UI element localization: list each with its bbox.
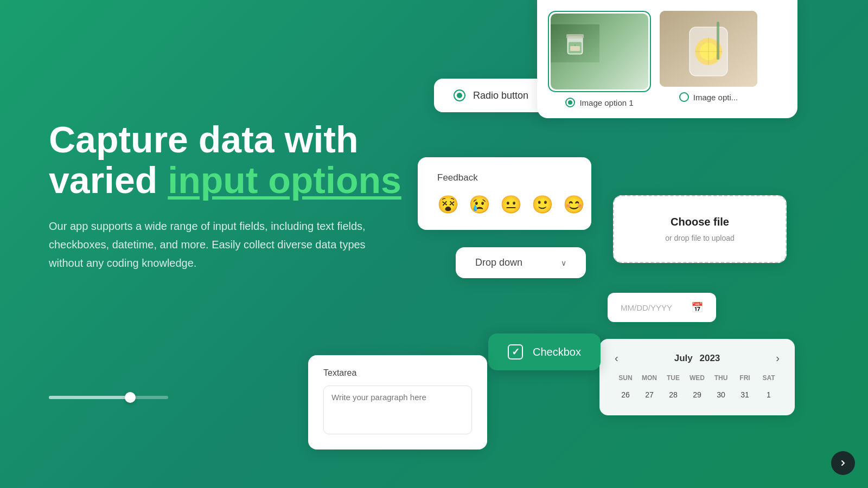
- checkbox-card[interactable]: ✓ Checkbox: [488, 333, 601, 370]
- feedback-title: Feedback: [437, 172, 572, 183]
- cal-date-27[interactable]: 27: [639, 387, 660, 402]
- hero-subtitle: Our app supports a wide range of input f…: [49, 217, 396, 272]
- image-thumb-1: [551, 14, 648, 89]
- textarea-title: Textarea: [323, 368, 472, 378]
- cal-date-31[interactable]: 31: [734, 387, 756, 402]
- checkbox-label: Checkbox: [533, 346, 581, 358]
- calendar-icon: 📅: [691, 301, 703, 313]
- calendar-card: ‹ July 2023 › SUN MON TUE WED THU FRI SA…: [599, 339, 795, 415]
- emoji-sad[interactable]: 😢: [469, 194, 490, 215]
- slider-fill: [49, 396, 130, 399]
- dropdown-label: Drop down: [475, 257, 522, 268]
- textarea-input[interactable]: [323, 386, 472, 434]
- hero-title: Capture data with varied input options: [49, 119, 439, 201]
- checkbox-input[interactable]: ✓: [508, 344, 523, 359]
- calendar-month: July: [674, 353, 693, 363]
- date-input-card[interactable]: MM/DD/YYYY 📅: [608, 293, 716, 322]
- image-thumb-2: [660, 11, 757, 87]
- dropdown-card[interactable]: Drop down ∨: [456, 247, 586, 278]
- emoji-row: 😵 😢 😐 🙂 😊: [437, 194, 572, 215]
- checkmark-icon: ✓: [512, 346, 520, 358]
- day-sun: SUN: [615, 374, 636, 382]
- emoji-very-happy[interactable]: 😊: [563, 194, 585, 215]
- slider-container: [49, 396, 168, 399]
- file-upload-title: Choose file: [641, 216, 758, 228]
- image-option-2-label: Image opti...: [679, 92, 738, 102]
- image-options-panel: Image option 1: [537, 0, 797, 118]
- hero-section: Capture data with varied input options O…: [49, 119, 439, 272]
- feedback-card: Feedback 😵 😢 😐 🙂 😊: [418, 157, 591, 230]
- cal-prev-icon[interactable]: ‹: [615, 352, 618, 364]
- slider-track[interactable]: [49, 396, 168, 399]
- image-option-1-text: Image option 1: [579, 98, 633, 107]
- slider-thumb[interactable]: [125, 392, 136, 403]
- chevron-down-icon: ∨: [561, 259, 566, 267]
- date-placeholder: MM/DD/YYYY: [621, 303, 685, 312]
- cal-date-26[interactable]: 26: [615, 387, 636, 402]
- cal-date-29[interactable]: 29: [686, 387, 708, 402]
- radio-button-label: Radio button: [473, 90, 528, 101]
- svg-point-15: [838, 458, 848, 468]
- emoji-neutral[interactable]: 😐: [500, 194, 522, 215]
- option-radio-1[interactable]: [565, 98, 575, 107]
- title-highlight: input options: [168, 159, 401, 201]
- textarea-card: Textarea: [308, 355, 487, 450]
- cal-date-30[interactable]: 30: [710, 387, 732, 402]
- calendar-month-year: July 2023: [674, 353, 720, 364]
- file-upload-subtitle: or drop file to upload: [641, 234, 758, 242]
- emoji-dizzy[interactable]: 😵: [437, 194, 459, 215]
- calendar-dates: 26 27 28 29 30 31 1: [615, 387, 780, 402]
- calendar-year: 2023: [699, 353, 720, 363]
- day-fri: FRI: [734, 374, 756, 382]
- cal-next-icon[interactable]: ›: [776, 352, 780, 364]
- emoji-happy[interactable]: 🙂: [532, 194, 553, 215]
- image-option-2-text: Image opti...: [693, 93, 738, 102]
- day-sat: SAT: [758, 374, 780, 382]
- svg-rect-5: [570, 46, 580, 51]
- day-wed: WED: [686, 374, 708, 382]
- svg-rect-3: [566, 34, 584, 38]
- image-option-1[interactable]: Image option 1: [548, 11, 651, 107]
- option-radio-2[interactable]: [679, 92, 689, 102]
- image-option-2[interactable]: Image opti...: [660, 11, 757, 107]
- image-option-1-label: Image option 1: [565, 98, 633, 107]
- day-tue: TUE: [662, 374, 684, 382]
- calendar-day-names: SUN MON TUE WED THU FRI SAT: [615, 374, 780, 382]
- calendar-header: ‹ July 2023 ›: [615, 352, 780, 364]
- day-thu: THU: [710, 374, 732, 382]
- day-mon: MON: [639, 374, 660, 382]
- arrow-icon: [838, 458, 848, 468]
- file-upload-card[interactable]: Choose file or drop file to upload: [613, 195, 787, 263]
- cal-date-28[interactable]: 28: [662, 387, 684, 402]
- svg-rect-14: [717, 22, 719, 60]
- dark-circle-button[interactable]: [831, 451, 855, 475]
- cal-date-1[interactable]: 1: [758, 387, 780, 402]
- radio-button-input[interactable]: [454, 89, 465, 101]
